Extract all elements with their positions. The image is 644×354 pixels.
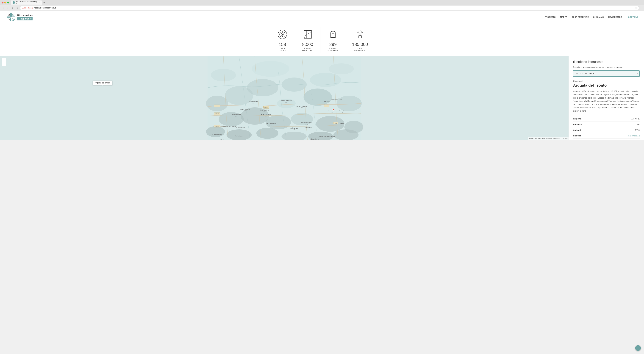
forward-button[interactable]: › [6, 6, 10, 10]
refresh-button[interactable]: ↻ [11, 6, 14, 10]
svg-point-9 [12, 14, 14, 16]
svg-text:Colle Luppa: Colle Luppa [220, 139, 227, 140]
svg-text:2042: 2042 [301, 107, 303, 108]
map-attribution: Leaflet | Map data © OpenStreetMap contr… [528, 138, 568, 140]
svg-point-13 [282, 34, 283, 35]
stat-edifici: 185.000 EDIFICI DANNEGGIATI [346, 26, 374, 53]
stat-vittime: 299 VITTIME ACCERTATE [320, 26, 346, 53]
svg-text:SS685: SS685 [216, 113, 219, 114]
browser-tab[interactable]: Ricostruzione Trasparente | P... × [11, 0, 42, 4]
nav-progetto[interactable]: PROGETTO [545, 16, 556, 18]
svg-point-29 [310, 73, 341, 87]
svg-point-14 [282, 32, 283, 32]
security-label: Not Secure [24, 7, 33, 9]
favicon [12, 2, 14, 4]
svg-point-15 [282, 36, 283, 37]
svg-text:Monte Oche: Monte Oche [340, 110, 346, 112]
nav-sostieni[interactable]: ♥ SOSTIENI [626, 16, 638, 18]
zoom-in-button[interactable]: + [2, 58, 6, 62]
info-value-provincia: AP [637, 123, 640, 126]
svg-text:Colle Cardisciana: Colle Cardisciana [265, 122, 276, 124]
edifici-number: 185.000 [352, 42, 368, 47]
nav-chi-siamo[interactable]: CHI SIAMO [593, 16, 604, 18]
stat-comuni: 158 COMUNI COLPITI [270, 26, 295, 53]
logo-text: Ricostruzione Trasparente [17, 14, 33, 20]
svg-text:San Pellegrino di Norcia: San Pellegrino di Norcia [220, 126, 236, 127]
bookmark-icon[interactable]: ☆ [635, 7, 637, 9]
svg-text:Monte Caettlsch: Monte Caettlsch [212, 134, 222, 135]
svg-text:Monte Calarelle: Monte Calarelle [240, 108, 250, 110]
info-row-regione: Regione MARCHE [573, 116, 640, 122]
logo-area[interactable]: Ricostruzione Trasparente [6, 12, 33, 22]
info-link-sito-web[interactable]: halleyegov.it [628, 134, 640, 137]
new-tab-button[interactable]: + [42, 1, 46, 4]
tab-close-button[interactable]: × [39, 2, 40, 4]
minimize-button[interactable] [4, 2, 6, 4]
nav-newsletter[interactable]: NEWSLETTER [608, 16, 622, 18]
svg-text:Monte Ventisola: Monte Ventisola [231, 114, 241, 116]
kmq-icon [302, 28, 314, 41]
comuni-number: 158 [279, 42, 286, 47]
svg-text:1718: 1718 [235, 116, 237, 117]
more-actions-icon[interactable]: ⋮ [640, 6, 643, 10]
svg-text:Colle Luppa: Colle Luppa [290, 127, 298, 129]
logo-line2: Trasparente [17, 17, 32, 20]
svg-point-35 [282, 78, 307, 92]
back-button[interactable]: ‹ [1, 6, 5, 10]
website: Ricostruzione Trasparente PROGETTO MAPPA… [0, 11, 644, 140]
svg-text:Arquata del Tronto: Arquata del Tronto [331, 98, 342, 100]
search-clear-button[interactable]: × [636, 72, 638, 75]
svg-text:Monte Vettore: Monte Vettore [249, 100, 258, 102]
map-tooltip: Arquata del Tronto [93, 81, 112, 85]
map-area[interactable]: SS685 SS685 SS685 SP477/2 SS4 SS4 Monte … [0, 56, 568, 140]
traffic-lights [2, 2, 9, 4]
svg-point-27 [211, 69, 236, 82]
browser-tabs: Ricostruzione Trasparente | P... × + [11, 0, 46, 4]
kmq-number: 8.000 [302, 42, 313, 47]
site-header: Ricostruzione Trasparente PROGETTO MAPPA… [0, 11, 644, 24]
info-key-sito-web: Sito web [573, 134, 582, 137]
svg-text:Monte Mutaro: Monte Mutaro [235, 135, 244, 137]
address-field[interactable]: ⚠ Not Secure ricostruzionetrasparente.it… [20, 6, 639, 10]
heart-icon: ♥ [626, 16, 628, 18]
svg-text:SS4: SS4 [335, 123, 337, 124]
svg-text:1617: 1617 [269, 124, 272, 126]
zoom-out-button[interactable]: − [2, 62, 6, 66]
comune-search-input[interactable] [573, 70, 640, 77]
svg-point-46 [256, 128, 278, 139]
map-zoom-controls: + − [2, 58, 6, 66]
svg-rect-0 [7, 13, 10, 17]
svg-text:1454: 1454 [293, 129, 296, 130]
home-button[interactable]: ⌂ [16, 6, 19, 10]
svg-point-32 [206, 96, 228, 111]
comune-description: Arquata del Tronto è un comune italiano … [573, 90, 640, 113]
svg-point-36 [304, 88, 332, 106]
info-panel: Il territorio interessato Seleziona un c… [568, 56, 644, 140]
info-panel-title: Il territorio interessato [573, 60, 640, 64]
comuni-label: COMUNI COLPITI [278, 48, 286, 52]
svg-text:1658: 1658 [244, 110, 247, 112]
kmq-label: KMQ DI TERRITORIO [302, 48, 314, 52]
svg-text:SS4: SS4 [325, 106, 327, 106]
svg-point-5 [13, 19, 13, 20]
info-row-provincia: Provincia AP [573, 122, 640, 127]
svg-point-44 [206, 126, 225, 137]
svg-text:Monte Macchialta: Monte Macchialta [301, 122, 312, 124]
nav-sostieni-label: SOSTIENI [628, 16, 638, 18]
info-key-regione: Regione [573, 118, 581, 120]
svg-text:1049: 1049 [331, 112, 333, 113]
logo-line1: Ricostruzione [17, 14, 33, 17]
close-button[interactable] [2, 2, 4, 4]
info-key-abitanti: Abitanti [573, 129, 581, 131]
lock-icon: ⚠ [22, 7, 24, 9]
svg-text:Monte Forciglieta: Monte Forciglieta [296, 105, 308, 107]
info-panel-subtitle: Seleziona un comune sulla mappa o cercal… [573, 66, 640, 68]
nav-cosa-puoi-fare[interactable]: COSA PUOI FARE [572, 16, 589, 18]
svg-point-34 [247, 79, 278, 96]
maximize-button[interactable] [7, 2, 9, 4]
comune-name: Arquata del Tronto [573, 83, 640, 88]
title-bar: Ricostruzione Trasparente | P... × + [0, 0, 644, 5]
svg-text:SS685: SS685 [216, 126, 219, 127]
stat-kmq: 8.000 KMQ DI TERRITORIO [295, 26, 320, 53]
nav-mappa[interactable]: MAPPA [560, 16, 567, 18]
